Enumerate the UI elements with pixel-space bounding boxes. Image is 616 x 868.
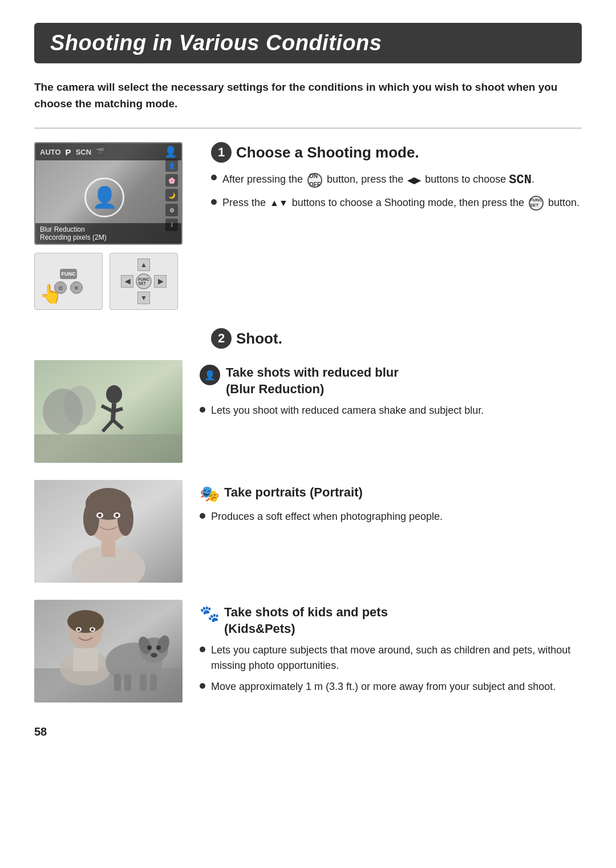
- step1-title: Choose a Shooting mode.: [236, 144, 419, 162]
- svg-point-38: [151, 653, 157, 657]
- dpad: ▲ ▼ ◀ ▶ FUNCSET: [121, 259, 167, 304]
- bullet-dot-1: [211, 175, 217, 180]
- portrait-photo: [34, 480, 183, 583]
- blur-reduction-icon: 👤: [200, 365, 220, 385]
- blur-reduction-text: 👤 Take shots with reduced blur(Blur Redu…: [200, 360, 582, 424]
- blur-reduction-section: 👤 Take shots with reduced blur(Blur Redu…: [34, 360, 582, 463]
- finger-icon: 👆: [39, 283, 62, 305]
- camera-bottom-bar: Blur Reduction Recording pixels (2M): [35, 223, 181, 244]
- blur-reduction-title: Take shots with reduced blur(Blur Reduct…: [226, 365, 399, 397]
- step1-bullet-1: After pressing the ONOFF button, press t…: [211, 171, 582, 189]
- bottom-line1: Blur Reduction: [40, 225, 177, 233]
- kids-pets-svg: [34, 600, 183, 703]
- svg-point-2: [106, 385, 122, 403]
- mode-auto: AUTO: [40, 148, 61, 156]
- bullet-dot: [200, 683, 205, 689]
- svg-rect-1: [34, 434, 183, 463]
- child-running-photo: [34, 360, 183, 463]
- blur-reduction-bullets: Lets you shoot with reduced camera shake…: [200, 403, 582, 418]
- page-title: Shooting in Various Conditions: [50, 31, 566, 55]
- bullet-dot: [200, 647, 205, 652]
- kids-pets-bullet-1: Lets you capture subjects that move arou…: [200, 643, 582, 673]
- step1-section: AUTO P SCN 🎬 👤 👤 🌸 🌙 ⚙ ⬇ 👤 Blur Reductio…: [34, 142, 582, 310]
- mode-p: P: [66, 147, 71, 157]
- portrait-icon: 🎭: [200, 485, 220, 503]
- step2-header-row: 2 Shoot.: [211, 328, 582, 349]
- intro-paragraph: The camera will select the necessary set…: [34, 79, 582, 112]
- svg-point-9: [64, 386, 96, 426]
- kids-pets-section: 🐾 Take shots of kids and pets(Kids&Pets)…: [34, 600, 582, 703]
- mode-movie: 🎬: [96, 148, 104, 156]
- blur-reduction-header: 👤 Take shots with reduced blur(Blur Redu…: [200, 365, 582, 397]
- func-set-icon: FUNCSET: [529, 196, 544, 211]
- portrait-bullets: Produces a soft effect when photographin…: [200, 509, 582, 524]
- divider: [34, 128, 582, 128]
- kids-pets-header: 🐾 Take shots of kids and pets(Kids&Pets): [200, 604, 582, 637]
- menu-icon: ≡: [70, 281, 83, 294]
- bottom-line2: Recording pixels (2M): [40, 233, 177, 241]
- kids-pets-bullet-1-text: Lets you capture subjects that move arou…: [211, 643, 582, 673]
- portrait-text: 🎭 Take portraits (Portrait) Produces a s…: [200, 480, 582, 530]
- step1-bullet-2-text: Press the ▲▼ buttons to choose a Shootin…: [222, 195, 579, 211]
- kids-pets-bullet-2: Move approximately 1 m (3.3 ft.) or more…: [200, 679, 582, 695]
- svg-rect-21: [34, 480, 183, 583]
- svg-point-37: [156, 645, 161, 650]
- svg-rect-42: [150, 674, 157, 691]
- bullet-dot-2: [211, 199, 217, 205]
- svg-rect-39: [114, 674, 121, 691]
- step1-bullet-list: After pressing the ONOFF button, press t…: [211, 171, 582, 211]
- dpad-left: ◀: [121, 275, 133, 288]
- portrait-bullet-1: Produces a soft effect when photographin…: [200, 509, 582, 524]
- kids-pets-title: Take shots of kids and pets(Kids&Pets): [224, 604, 388, 637]
- dpad-down: ▼: [137, 292, 150, 304]
- portrait-bullet-text: Produces a soft effect when photographin…: [211, 509, 443, 524]
- kids-pets-bullets: Lets you capture subjects that move arou…: [200, 643, 582, 695]
- kids-pets-text: 🐾 Take shots of kids and pets(Kids&Pets)…: [200, 600, 582, 700]
- camera-screen-mockup: AUTO P SCN 🎬 👤 👤 🌸 🌙 ⚙ ⬇ 👤 Blur Reductio…: [34, 142, 183, 245]
- dpad-center: FUNCSET: [136, 273, 152, 289]
- dpad-right: ▶: [154, 275, 167, 288]
- scn-label: SCN: [509, 173, 532, 187]
- kids-pets-bullet-2-text: Move approximately 1 m (3.3 ft.) or more…: [211, 679, 556, 695]
- on-off-icon: ONOFF: [307, 173, 322, 188]
- ud-arrows: ▲▼: [270, 198, 288, 208]
- control-diagram-right: ▲ ▼ ◀ ▶ FUNCSET: [110, 253, 178, 310]
- camera-right-icons: 👤 🌸 🌙 ⚙ ⬇: [165, 159, 178, 231]
- cam-icon-2: 🌸: [165, 174, 178, 187]
- step2-title: Shoot.: [236, 330, 282, 348]
- dpad-up: ▲: [137, 259, 150, 271]
- svg-point-29: [91, 628, 94, 631]
- cam-icon-1: 👤: [165, 159, 178, 172]
- camera-person-circle: 👤: [84, 177, 124, 217]
- svg-point-36: [147, 645, 152, 650]
- title-bar: Shooting in Various Conditions: [34, 23, 582, 63]
- kids-pets-photo: [34, 600, 183, 703]
- bullet-dot: [200, 407, 205, 413]
- lr-arrows: ◀▶: [407, 175, 421, 185]
- control-diagram-left: 👆 FUNC ⊙ ≡: [34, 253, 103, 310]
- blur-reduction-bullet-text: Lets you shoot with reduced camera shake…: [211, 403, 484, 418]
- step2-number: 2: [211, 328, 232, 349]
- bullet-dot: [200, 513, 205, 519]
- child-run-svg: [34, 360, 183, 463]
- cam-icon-4: ⚙: [165, 204, 178, 216]
- portrait-section: 🎭 Take portraits (Portrait) Produces a s…: [34, 480, 582, 583]
- cam-icon-3: 🌙: [165, 189, 178, 201]
- kids-pets-image: [34, 600, 183, 703]
- controls-row: 👆 FUNC ⊙ ≡ ▲ ▼ ◀ ▶: [34, 253, 194, 310]
- step1-header: 1 Choose a Shooting mode.: [211, 142, 582, 163]
- svg-point-28: [78, 628, 80, 631]
- portrait-svg: [34, 480, 183, 583]
- person-icon: 👤: [92, 185, 117, 209]
- step1-bullet-2: Press the ▲▼ buttons to choose a Shootin…: [211, 195, 582, 211]
- camera-top-bar: AUTO P SCN 🎬 👤: [35, 143, 181, 160]
- svg-rect-40: [124, 674, 131, 691]
- func-button-small: FUNC: [60, 269, 77, 279]
- blur-reduction-bullet-1: Lets you shoot with reduced camera shake…: [200, 403, 582, 418]
- portrait-title: Take portraits (Portrait): [224, 485, 363, 501]
- step1-bullet-1-text: After pressing the ONOFF button, press t…: [222, 171, 534, 189]
- page-number: 58: [34, 725, 582, 738]
- svg-rect-31: [73, 648, 98, 671]
- kids-pets-icon: 🐾: [200, 604, 220, 623]
- step1-number: 1: [211, 142, 232, 163]
